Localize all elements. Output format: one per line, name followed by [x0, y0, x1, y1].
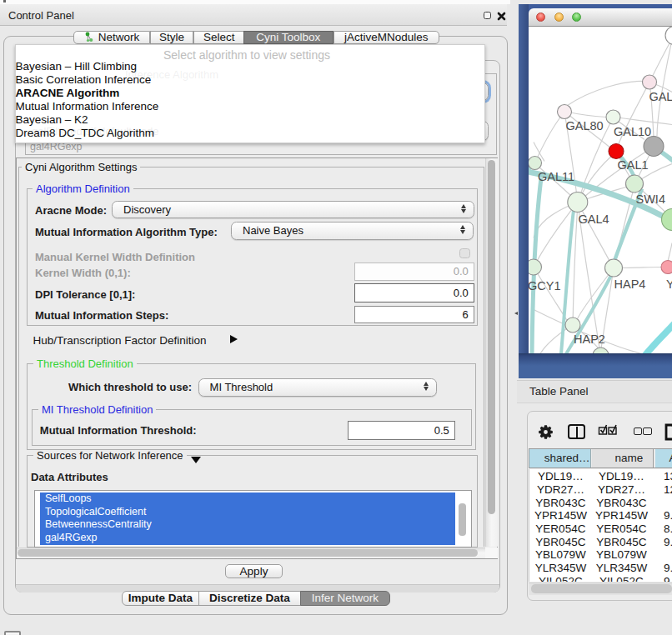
- svg-text:SWI4: SWI4: [636, 192, 665, 206]
- svg-text:GAL80: GAL80: [649, 89, 672, 102]
- svg-text:GAL4: GAL4: [579, 212, 609, 225]
- svg-text:GCY1: GCY1: [529, 278, 561, 292]
- svg-text:GAL11: GAL11: [538, 170, 574, 183]
- svg-text:Y: Y: [666, 278, 672, 291]
- svg-text:HAP4: HAP4: [614, 278, 646, 291]
- svg-text:HAP2: HAP2: [574, 332, 605, 345]
- svg-text:GAL10: GAL10: [614, 124, 651, 138]
- svg-text:GAL1: GAL1: [618, 158, 649, 171]
- svg-text:GAL80: GAL80: [566, 118, 604, 132]
